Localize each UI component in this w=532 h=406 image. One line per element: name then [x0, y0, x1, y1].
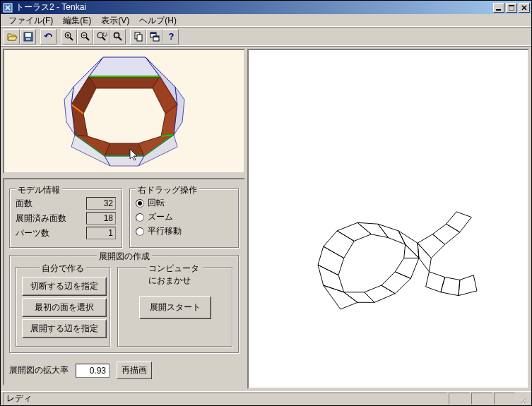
- radio-pan-label[interactable]: 平行移動: [148, 225, 182, 237]
- app-icon: [2, 2, 13, 13]
- svg-marker-38: [105, 143, 144, 156]
- svg-marker-69: [459, 275, 477, 296]
- zoom-in-button[interactable]: [61, 29, 77, 44]
- menu-help[interactable]: ヘルプ(H): [134, 13, 182, 28]
- svg-line-15: [102, 37, 105, 40]
- copy-button[interactable]: [130, 29, 146, 44]
- redraw-button[interactable]: 再描画: [117, 362, 152, 379]
- unfold-create-group: 展開図の作成 自分で作る 切断する辺を指定 最初の面を選択 展開する辺を指定 コ…: [9, 255, 239, 353]
- unfold-view[interactable]: [247, 49, 529, 389]
- svg-marker-56: [318, 246, 344, 275]
- minimize-button[interactable]: [493, 3, 504, 13]
- svg-marker-27: [89, 57, 160, 76]
- svg-rect-16: [103, 33, 107, 36]
- svg-marker-49: [105, 156, 144, 166]
- svg-rect-23: [150, 32, 156, 34]
- radio-pan[interactable]: [136, 227, 144, 236]
- svg-marker-31: [96, 88, 153, 128]
- auto-make-group: コンピュータにおまかせ 展開スタート: [117, 267, 232, 347]
- menu-view[interactable]: 表示(V): [96, 13, 134, 28]
- faces-value: 32: [86, 197, 116, 210]
- svg-marker-63: [404, 244, 419, 258]
- svg-text:?: ?: [168, 31, 174, 42]
- svg-rect-21: [137, 35, 142, 41]
- menu-file[interactable]: ファイル(F): [4, 13, 58, 28]
- svg-rect-5: [25, 33, 31, 37]
- svg-line-12: [86, 37, 89, 40]
- svg-marker-51: [337, 222, 371, 241]
- unfold-create-legend: 展開図の作成: [97, 251, 152, 263]
- status-text: レディ: [3, 393, 447, 405]
- status-pane-1: [449, 393, 470, 405]
- self-make-group: 自分で作る 切断する辺を指定 最初の面を選択 展開する辺を指定: [16, 267, 110, 347]
- toolbar: ?: [1, 28, 531, 47]
- radio-rotate[interactable]: [136, 199, 144, 208]
- parts-label: パーツ数: [16, 227, 49, 239]
- drag-ops-group: 右ドラッグ操作 回転 ズーム 平行移動: [129, 189, 239, 248]
- radio-zoom[interactable]: [136, 213, 144, 222]
- svg-rect-25: [153, 36, 159, 37]
- svg-marker-60: [365, 285, 395, 302]
- svg-marker-68: [441, 277, 460, 296]
- help-button[interactable]: ?: [162, 29, 179, 44]
- save-button[interactable]: [20, 29, 36, 44]
- window-title: トーラス2 - Tenkai: [16, 1, 492, 13]
- menu-edit[interactable]: 編集(E): [58, 13, 96, 28]
- status-pane-2: [471, 393, 492, 405]
- faces-label: 面数: [16, 198, 32, 210]
- windows-button[interactable]: [146, 29, 162, 44]
- svg-marker-54: [398, 231, 419, 258]
- resize-grip[interactable]: [516, 393, 529, 405]
- model-info-group: モデル情報 面数 32 展開済み面数 18 パーツ数 1: [9, 189, 122, 248]
- svg-marker-52: [357, 222, 388, 237]
- statusbar: レディ: [1, 391, 531, 405]
- svg-marker-59: [344, 292, 374, 302]
- svg-marker-64: [418, 234, 445, 258]
- unfolded-value: 18: [86, 212, 116, 225]
- svg-marker-50: [324, 231, 354, 258]
- svg-line-18: [119, 37, 122, 40]
- radio-zoom-label[interactable]: ズーム: [148, 211, 173, 223]
- maximize-button[interactable]: [506, 3, 517, 13]
- unfolded-label: 展開済み面数: [16, 213, 66, 225]
- svg-marker-66: [447, 212, 472, 232]
- svg-line-8: [70, 37, 73, 40]
- control-panel: モデル情報 面数 32 展開済み面数 18 パーツ数 1: [3, 178, 245, 386]
- zoom-region-button[interactable]: [93, 29, 110, 44]
- self-make-legend: 自分で作る: [40, 263, 86, 275]
- drag-ops-legend: 右ドラッグ操作: [136, 184, 199, 196]
- svg-rect-19: [114, 33, 119, 37]
- model-info-legend: モデル情報: [16, 184, 62, 196]
- start-unfold-button[interactable]: 展開スタート: [139, 296, 211, 319]
- parts-value: 1: [86, 227, 116, 239]
- undo-button[interactable]: [40, 29, 57, 44]
- svg-marker-53: [378, 224, 406, 244]
- svg-point-14: [97, 32, 103, 38]
- svg-marker-30: [89, 76, 160, 88]
- open-button[interactable]: [4, 29, 20, 44]
- zoom-out-button[interactable]: [77, 29, 93, 44]
- first-face-button[interactable]: 最初の面を選択: [22, 298, 107, 317]
- status-pane-3: [494, 393, 515, 405]
- close-button[interactable]: [519, 3, 530, 13]
- svg-rect-3: [509, 5, 514, 6]
- svg-marker-62: [395, 258, 419, 279]
- svg-marker-61: [382, 272, 411, 294]
- svg-rect-6: [26, 38, 30, 40]
- zoom-fit-button[interactable]: [110, 29, 126, 44]
- scale-label: 展開図の拡大率: [9, 364, 69, 376]
- radio-rotate-label[interactable]: 回転: [148, 197, 165, 209]
- svg-marker-55: [418, 243, 431, 272]
- svg-rect-1: [496, 9, 501, 11]
- preview-3d[interactable]: [3, 49, 245, 174]
- unfold-edge-button[interactable]: 展開する辺を指定: [22, 319, 107, 338]
- svg-marker-67: [426, 272, 445, 292]
- cut-edge-button[interactable]: 切断する辺を指定: [22, 277, 107, 296]
- menubar: ファイル(F) 編集(E) 表示(V) ヘルプ(H): [1, 14, 531, 28]
- svg-marker-65: [432, 224, 460, 244]
- scale-input[interactable]: 0.93: [76, 364, 110, 378]
- svg-marker-58: [324, 285, 357, 309]
- titlebar: トーラス2 - Tenkai: [1, 1, 531, 14]
- auto-make-legend: コンピュータにおまかせ: [146, 263, 203, 287]
